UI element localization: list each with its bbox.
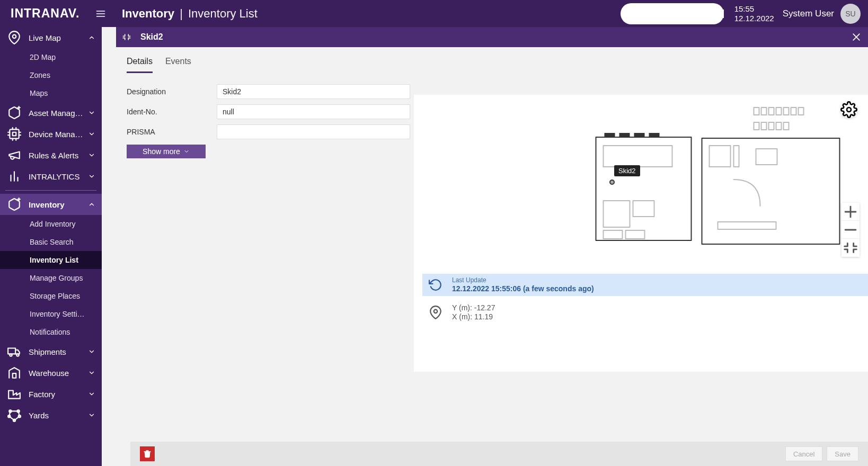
sidebar-item-yards[interactable]: Yards	[0, 405, 102, 426]
sidebar-item-intralytics[interactable]: INTRALYTICS	[0, 166, 102, 187]
sidebar-item-inventory[interactable]: Inventory	[0, 194, 102, 215]
sidebar-item-inventory-setti-[interactable]: Inventory Setti…	[0, 305, 102, 323]
svg-point-24	[10, 354, 12, 356]
sidebar-item-inventory-list[interactable]: Inventory List	[0, 251, 102, 269]
sidebar-item-rules-alerts[interactable]: Rules & Alerts	[0, 145, 102, 166]
coords-row: Y (m): -12.27 X (m): 11.19	[422, 301, 868, 324]
svg-rect-61	[784, 122, 789, 130]
svg-rect-41	[605, 133, 615, 137]
tab-events[interactable]: Events	[165, 57, 191, 73]
map-canvas[interactable]: Skid2	[414, 95, 868, 274]
chevron-down-icon	[183, 148, 190, 155]
sidebar-item-add-inventory[interactable]: Add Inventory	[0, 215, 102, 233]
brand-logo: INTRANAV.	[0, 6, 90, 21]
zoom-in-button[interactable]	[842, 203, 860, 221]
svg-rect-9	[13, 132, 16, 136]
collapse-icon[interactable]	[121, 32, 132, 42]
sidebar-item-storage-places[interactable]: Storage Places	[0, 287, 102, 305]
svg-rect-58	[761, 122, 767, 130]
polygon-icon	[7, 408, 21, 422]
svg-rect-51	[761, 107, 767, 115]
last-update-value: 12.12.2022 15:55:06 (a few seconds ago)	[452, 284, 594, 294]
svg-rect-56	[799, 107, 804, 115]
sidebar-item-maps[interactable]: Maps	[0, 84, 102, 102]
detail-tabs: Details Events	[116, 47, 868, 73]
svg-rect-54	[784, 107, 789, 115]
identno-input[interactable]	[217, 104, 410, 119]
svg-rect-40	[626, 230, 645, 239]
floorplan-icon	[414, 95, 868, 274]
svg-rect-45	[702, 138, 840, 244]
close-icon[interactable]	[851, 32, 862, 42]
sidebar-item-device-mana-[interactable]: Device Mana…	[0, 123, 102, 145]
sidebar-item-asset-manag-[interactable]: Asset Manag…	[0, 102, 102, 123]
chevron-down-icon	[88, 369, 95, 377]
cpu-icon	[7, 127, 21, 141]
sidebar-item-basic-search[interactable]: Basic Search	[0, 233, 102, 251]
sidebar-item-zones[interactable]: Zones	[0, 66, 102, 84]
svg-rect-39	[604, 230, 623, 239]
sidebar-item-label: Rules & Alerts	[29, 151, 78, 160]
svg-rect-60	[776, 122, 782, 130]
chevron-up-icon	[88, 201, 95, 208]
sidebar-item-label: Asset Manag…	[29, 109, 83, 118]
chevron-up-icon	[88, 34, 95, 41]
plus-icon	[842, 203, 860, 221]
sidebar: Live Map2D MapZonesMapsAsset Manag…Devic…	[0, 27, 102, 466]
cube-plus-icon	[7, 198, 21, 211]
bar-chart-icon	[7, 169, 21, 183]
save-button[interactable]: Save	[827, 446, 858, 461]
zoom-fit-button[interactable]	[842, 239, 860, 257]
sidebar-item-2d-map[interactable]: 2D Map	[0, 48, 102, 66]
tab-details[interactable]: Details	[127, 57, 153, 73]
sidebar-item-shipments[interactable]: Shipments	[0, 341, 102, 362]
detail-form: Designation Ident-No. PRISMA Show more	[127, 84, 410, 158]
identno-label: Ident-No.	[127, 107, 217, 116]
designation-input[interactable]	[217, 84, 410, 99]
chevron-down-icon	[88, 173, 95, 180]
sidebar-item-label: Factory	[29, 390, 55, 399]
sidebar-item-notifications[interactable]: Notifications	[0, 323, 102, 341]
svg-rect-38	[633, 201, 654, 217]
svg-rect-49	[718, 222, 776, 229]
sidebar-item-label: Live Map	[29, 33, 61, 42]
zoom-out-button[interactable]	[842, 221, 860, 239]
last-update-label: Last Update	[452, 276, 594, 284]
chevron-down-icon	[88, 109, 95, 116]
chevron-down-icon	[88, 130, 95, 138]
svg-rect-46	[710, 146, 731, 167]
map-pin-icon	[7, 31, 21, 44]
sidebar-item-manage-groups[interactable]: Manage Groups	[0, 269, 102, 287]
show-more-button[interactable]: Show more	[127, 145, 206, 158]
sidebar-item-live-map[interactable]: Live Map	[0, 27, 102, 48]
clock-time: 15:55	[734, 4, 774, 13]
location-icon	[429, 306, 442, 319]
last-update-row: Last Update 12.12.2022 15:55:06 (a few s…	[422, 274, 868, 296]
prisma-input[interactable]	[217, 124, 410, 139]
detail-header: Skid2	[116, 27, 868, 47]
sidebar-item-factory[interactable]: Factory	[0, 383, 102, 405]
zoom-controls	[842, 203, 860, 257]
fit-icon	[842, 239, 860, 257]
designation-label: Designation	[127, 87, 217, 96]
breadcrumb: Inventory | Inventory List	[122, 7, 258, 21]
gear-icon	[840, 101, 857, 118]
search-input[interactable]	[631, 10, 724, 18]
trash-icon	[143, 450, 152, 458]
minus-icon	[842, 221, 860, 239]
chevron-down-icon	[88, 390, 95, 398]
svg-rect-55	[791, 107, 796, 115]
chevron-down-icon	[88, 411, 95, 419]
map-settings-button[interactable]	[840, 101, 857, 118]
sidebar-item-label: Inventory	[29, 200, 65, 209]
prisma-label: PRISMA	[127, 128, 217, 136]
detail-footer: Cancel Save	[130, 442, 868, 466]
avatar[interactable]: SU	[840, 4, 861, 24]
menu-toggle[interactable]	[90, 0, 111, 27]
factory-icon	[7, 387, 21, 401]
delete-button[interactable]	[140, 446, 155, 461]
detail-title: Skid2	[140, 32, 163, 42]
cancel-button[interactable]: Cancel	[785, 446, 822, 461]
sidebar-item-warehouse[interactable]: Warehouse	[0, 362, 102, 383]
global-search[interactable]	[621, 3, 724, 24]
